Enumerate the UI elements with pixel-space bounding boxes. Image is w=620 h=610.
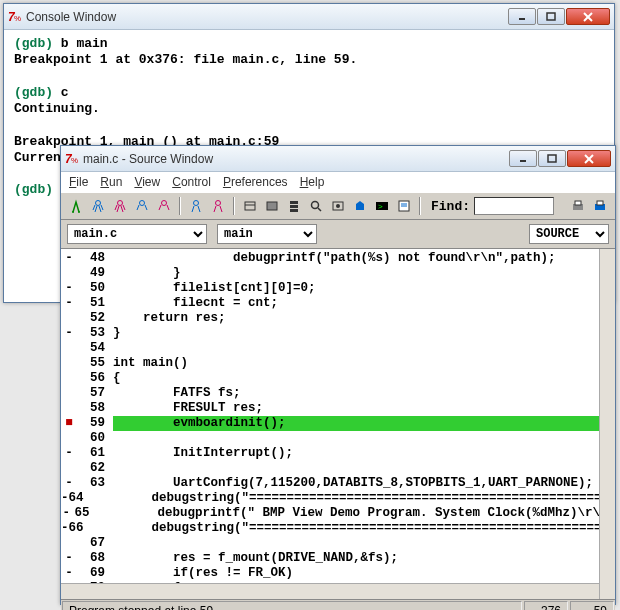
print-icon[interactable] <box>569 197 587 215</box>
toolbar: > Find: <box>61 192 615 220</box>
horizontal-scrollbar[interactable] <box>61 583 599 599</box>
console-title: Console Window <box>26 10 507 24</box>
code-line[interactable]: -61 InitInterrupt(); <box>61 446 615 461</box>
code-line[interactable]: -51 filecnt = cnt; <box>61 296 615 311</box>
source-titlebar[interactable]: 7% main.c - Source Window <box>61 146 615 172</box>
svg-text:%: % <box>14 14 21 23</box>
minimize-button[interactable] <box>508 8 536 25</box>
close-button[interactable] <box>566 8 610 25</box>
menu-help[interactable]: Help <box>300 175 325 189</box>
svg-point-14 <box>96 201 101 206</box>
source-icon[interactable] <box>395 197 413 215</box>
code-line[interactable]: -64 debugstring("=======================… <box>61 491 615 506</box>
svg-text:>: > <box>378 202 383 211</box>
code-line[interactable]: -50 filelist[cnt][0]=0; <box>61 281 615 296</box>
app-icon: 7% <box>65 152 79 166</box>
menu-preferences[interactable]: Preferences <box>223 175 288 189</box>
status-col: 376 <box>524 601 568 611</box>
breakpoints-icon[interactable] <box>351 197 369 215</box>
code-line[interactable]: -65 debugprintf(" BMP View Demo Program.… <box>61 506 615 521</box>
svg-point-17 <box>162 201 167 206</box>
menu-view[interactable]: View <box>134 175 160 189</box>
minimize-button[interactable] <box>509 150 537 167</box>
maximize-button[interactable] <box>537 8 565 25</box>
selector-row: main.c main SOURCE <box>61 220 615 249</box>
status-line: 59 <box>570 601 614 611</box>
svg-rect-24 <box>290 205 298 208</box>
code-line[interactable]: 56{ <box>61 371 615 386</box>
app-icon: 7% <box>8 10 22 24</box>
code-line[interactable]: -63 UartConfig(7,115200,DATABITS_8,STOPB… <box>61 476 615 491</box>
menu-run[interactable]: Run <box>100 175 122 189</box>
code-line[interactable]: -68 res = f_mount(DRIVE_NAND,&fs); <box>61 551 615 566</box>
svg-point-13 <box>78 211 80 213</box>
stepi-icon[interactable] <box>187 197 205 215</box>
svg-point-29 <box>336 204 340 208</box>
separator <box>419 197 421 215</box>
svg-rect-38 <box>597 201 603 205</box>
file-selector[interactable]: main.c <box>67 224 207 244</box>
menubar: FileRunViewControlPreferencesHelp <box>61 172 615 192</box>
menu-control[interactable]: Control <box>172 175 211 189</box>
step-icon[interactable] <box>89 197 107 215</box>
status-message: Program stopped at line 59 <box>62 601 522 611</box>
source-title: main.c - Source Window <box>83 152 508 166</box>
svg-rect-9 <box>548 155 556 162</box>
svg-point-19 <box>216 201 221 206</box>
separator <box>179 197 181 215</box>
menu-file[interactable]: File <box>69 175 88 189</box>
svg-point-12 <box>72 211 74 213</box>
svg-rect-20 <box>245 202 255 210</box>
code-line[interactable]: -53} <box>61 326 615 341</box>
finish-icon[interactable] <box>133 197 151 215</box>
code-line[interactable]: -69 if(res != FR_OK) <box>61 566 615 581</box>
code-line[interactable]: -66 debugstring("=======================… <box>61 521 615 536</box>
console-titlebar[interactable]: 7% Console Window <box>4 4 614 30</box>
svg-point-18 <box>194 201 199 206</box>
stack-icon[interactable] <box>285 197 303 215</box>
code-line[interactable]: 52 return res; <box>61 311 615 326</box>
find-input[interactable] <box>474 197 554 215</box>
code-line[interactable]: 57 FATFS fs; <box>61 386 615 401</box>
svg-point-15 <box>118 201 123 206</box>
code-line[interactable]: 60 <box>61 431 615 446</box>
locals-icon[interactable] <box>329 197 347 215</box>
code-line[interactable]: 54 <box>61 341 615 356</box>
code-line[interactable]: ■59 evmboardinit(); <box>61 416 615 431</box>
statusbar: Program stopped at line 59 376 59 <box>61 599 615 610</box>
vertical-scrollbar[interactable] <box>599 249 615 599</box>
find-label: Find: <box>431 199 470 214</box>
console-icon[interactable]: > <box>373 197 391 215</box>
nexti-icon[interactable] <box>209 197 227 215</box>
mode-selector[interactable]: SOURCE <box>529 224 609 244</box>
code-line[interactable]: 55int main() <box>61 356 615 371</box>
watch-icon[interactable] <box>307 197 325 215</box>
run-icon[interactable] <box>67 197 85 215</box>
separator <box>233 197 235 215</box>
svg-rect-22 <box>267 202 277 210</box>
code-line[interactable]: 67 <box>61 536 615 551</box>
next-icon[interactable] <box>111 197 129 215</box>
svg-line-27 <box>318 208 321 211</box>
registers-icon[interactable] <box>241 197 259 215</box>
close-button[interactable] <box>567 150 611 167</box>
memory-icon[interactable] <box>263 197 281 215</box>
svg-point-16 <box>140 201 145 206</box>
settings-icon[interactable] <box>591 197 609 215</box>
code-line[interactable]: 62 <box>61 461 615 476</box>
code-line[interactable]: 49 } <box>61 266 615 281</box>
svg-rect-23 <box>290 201 298 204</box>
svg-rect-36 <box>575 201 581 205</box>
source-window: 7% main.c - Source Window FileRunViewCon… <box>60 145 616 605</box>
svg-rect-3 <box>547 13 555 20</box>
continue-icon[interactable] <box>155 197 173 215</box>
svg-text:%: % <box>71 156 78 165</box>
svg-point-26 <box>312 202 319 209</box>
code-line[interactable]: 58 FRESULT res; <box>61 401 615 416</box>
svg-rect-25 <box>290 209 298 212</box>
code-line[interactable]: -48 debugprintf("path(%s) not found\r\n"… <box>61 251 615 266</box>
function-selector[interactable]: main <box>217 224 317 244</box>
code-area[interactable]: -48 debugprintf("path(%s) not found\r\n"… <box>61 249 615 599</box>
maximize-button[interactable] <box>538 150 566 167</box>
